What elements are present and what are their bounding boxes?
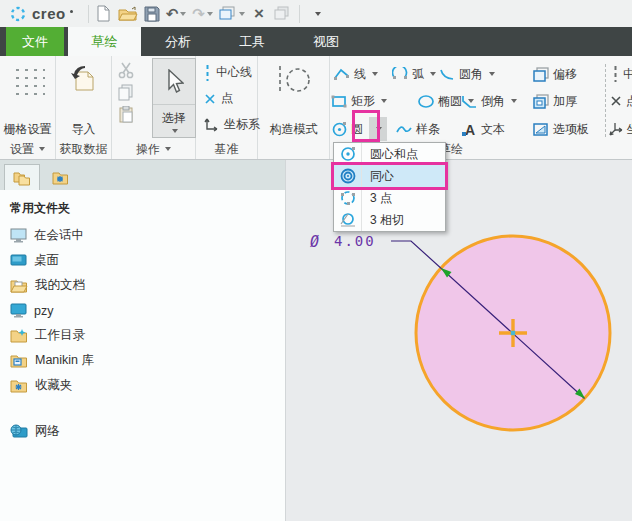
toolbar-options-arrow-icon (315, 12, 321, 16)
diameter-symbol: Ø (310, 233, 319, 251)
panel-header: 常用文件夹 (0, 190, 285, 223)
fillet-icon (440, 67, 455, 81)
undo-dropdown-arrow-icon[interactable] (180, 12, 186, 16)
folder-item-pzy[interactable]: pzy (0, 298, 285, 323)
menu-item-3-point[interactable]: 3 点 (334, 187, 445, 209)
three-point-circle-icon (334, 187, 362, 209)
folder-item-desktop[interactable]: 桌面 (0, 248, 285, 273)
grid-icon (11, 64, 45, 96)
rectangle-dropdown-arrow-icon[interactable] (381, 99, 387, 103)
construction-mode-label: 构造模式 (270, 121, 318, 138)
network-item[interactable]: 网络 (0, 419, 285, 444)
line-button[interactable]: 线 (334, 62, 378, 86)
grid-settings-button[interactable]: 栅格设置 (0, 60, 55, 140)
spline-icon (396, 123, 412, 136)
undo-button[interactable]: ↶ (164, 3, 189, 25)
tab-file[interactable]: 文件 (6, 27, 64, 56)
monitor-icon (10, 228, 27, 243)
circle-dropdown-arrow-icon (376, 127, 382, 131)
circle-button[interactable]: 圆 (332, 117, 387, 141)
rectangle-button[interactable]: 矩形 (331, 89, 387, 113)
center-point-circle-icon (334, 143, 362, 165)
arc-icon (392, 67, 408, 81)
working-directory-icon (10, 328, 28, 343)
palette-button[interactable]: 选项板 (533, 117, 589, 141)
arc-button[interactable]: 弧 (392, 62, 436, 86)
centerline-button[interactable]: 中心线 (204, 64, 260, 81)
grid-settings-label: 栅格设置 (4, 121, 52, 138)
group-operations: 选择 操作 (112, 56, 196, 159)
svg-text:A: A (465, 122, 475, 137)
coordinate-system-icon (608, 122, 623, 136)
library-folder-icon (10, 353, 28, 368)
fillet-dropdown-arrow-icon[interactable] (489, 72, 495, 76)
desktop-icon (10, 253, 27, 268)
text-icon: A (462, 122, 477, 137)
tab-favorites[interactable] (42, 164, 78, 190)
group-label-get-data: 获取数据 (56, 141, 111, 157)
text-button[interactable]: A 文本 (462, 117, 505, 141)
toolbar-options-button[interactable] (307, 3, 327, 25)
redo-button[interactable]: ↷ (190, 3, 215, 25)
import-button[interactable]: 导入 (56, 60, 111, 140)
circle-dropdown-arrow-button[interactable] (369, 117, 387, 141)
group-label-settings[interactable]: 设置 (0, 141, 55, 157)
tab-folder-tree[interactable] (4, 164, 40, 190)
spline-button[interactable]: 样条 (396, 117, 440, 141)
thicken-button[interactable]: 加厚 (533, 89, 577, 113)
tab-view[interactable]: 视图 (289, 27, 363, 56)
new-file-button[interactable] (94, 3, 114, 25)
folder-item-favorites[interactable]: 收藏夹 (0, 373, 285, 398)
three-tangent-circle-icon (334, 209, 362, 231)
tab-tools[interactable]: 工具 (215, 27, 289, 56)
line-dropdown-arrow-icon[interactable] (372, 72, 378, 76)
save-button[interactable] (142, 3, 162, 25)
regenerate-dropdown-arrow-icon[interactable] (239, 12, 245, 16)
chamfer-button[interactable]: 倒角 (462, 89, 517, 113)
ribbon: 栅格设置 设置 导入 获取数据 (0, 56, 632, 160)
centerline-icon (204, 65, 211, 81)
centerline-button-2[interactable]: 中心线 (612, 62, 632, 86)
coordinate-system-button[interactable]: 坐标系 (204, 116, 260, 133)
fillet-button[interactable]: 圆角 (440, 62, 495, 86)
import-icon (69, 64, 99, 94)
close-window-button[interactable]: × (249, 3, 269, 25)
chamfer-icon (462, 94, 477, 108)
circle-center-point (511, 331, 515, 335)
folder-item-my-documents[interactable]: 我的文档 (0, 273, 285, 298)
creo-swirl-icon (8, 5, 28, 23)
menu-item-center-and-point[interactable]: 圆心和点 (334, 143, 445, 165)
point-button-2[interactable]: 点 (610, 89, 632, 113)
arc-dropdown-arrow-icon[interactable] (430, 72, 436, 76)
point-button[interactable]: 点 (204, 90, 260, 107)
divider (299, 5, 300, 23)
computer-icon (10, 303, 27, 318)
offset-button[interactable]: 偏移 (533, 62, 577, 86)
redo-dropdown-arrow-icon[interactable] (207, 12, 213, 16)
dimension-value[interactable]: 4.00 (334, 233, 376, 249)
group-label-operations[interactable]: 操作 (112, 141, 195, 157)
cut-icon[interactable] (118, 62, 135, 79)
tab-sketch[interactable]: 草绘 (68, 27, 141, 56)
point-icon (204, 93, 216, 105)
copy-icon[interactable] (118, 84, 135, 101)
select-dropdown-arrow-icon[interactable] (172, 129, 178, 133)
chamfer-dropdown-arrow-icon[interactable] (511, 99, 517, 103)
navigator-tabs (0, 160, 285, 190)
construction-mode-icon (276, 64, 312, 96)
undo-icon: ↶ (166, 6, 179, 21)
folder-item-in-session[interactable]: 在会话中 (0, 223, 285, 248)
windows-button[interactable] (271, 3, 292, 25)
clipboard-buttons (118, 62, 135, 123)
tab-analysis[interactable]: 分析 (141, 27, 215, 56)
open-file-button[interactable] (116, 3, 140, 25)
menu-item-3-tangent[interactable]: 3 相切 (334, 209, 445, 231)
folder-item-manikin-library[interactable]: Manikin 库 (0, 348, 285, 373)
coordinate-system-button-2[interactable]: 坐标系 (608, 117, 632, 141)
paste-icon[interactable] (118, 106, 135, 123)
folder-item-working-directory[interactable]: 工作目录 (0, 323, 285, 348)
construction-mode-button[interactable]: 构造模式 (258, 60, 329, 140)
select-button[interactable]: 选择 (152, 58, 196, 138)
menu-item-concentric[interactable]: 同心 (334, 165, 445, 187)
regenerate-button[interactable] (217, 3, 247, 25)
